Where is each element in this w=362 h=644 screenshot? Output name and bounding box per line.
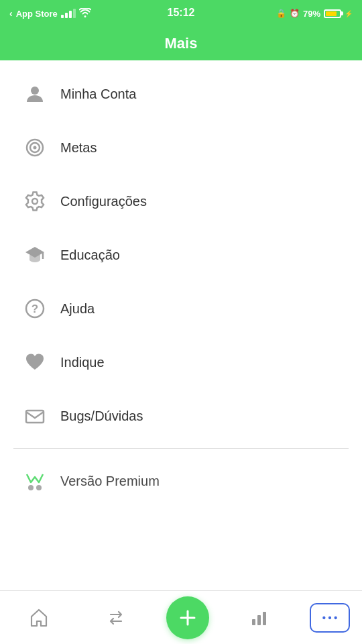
menu-item-configuracoes[interactable]: Configurações [0,174,362,228]
target-icon [20,133,50,162]
menu-label-ajuda: Ajuda [60,301,95,317]
chart-icon [250,608,269,627]
menu-label-minha-conta: Minha Conta [60,87,136,102]
status-carrier: ‹ App Store [9,8,91,19]
menu-list: Minha Conta Metas Configurações [0,60,362,515]
svg-rect-14 [252,619,255,625]
transfer-icon [107,608,125,627]
menu-item-ajuda[interactable]: ? Ajuda [0,282,362,335]
menu-item-indique[interactable]: Indique [0,335,362,389]
tab-more[interactable] [310,603,350,633]
menu-item-metas[interactable]: Metas [0,121,362,174]
status-right: 🔒 ⏰ 79% ⚡ [276,9,353,19]
status-bar: ‹ App Store 15:12 🔒 ⏰ 79% [0,0,362,27]
tab-chart[interactable] [233,598,286,638]
battery-percent: 79% [303,9,320,19]
svg-point-4 [32,199,38,204]
signal-icon [61,9,76,18]
page-header: Mais [0,27,362,60]
premium-icon [20,466,50,496]
tab-bar [0,590,362,644]
menu-label-bugs-duvidas: Bugs/Dúvidas [60,409,143,424]
status-time: 15:12 [168,7,195,19]
menu-item-bugs-duvidas[interactable]: Bugs/Dúvidas [0,389,362,443]
add-button[interactable] [166,596,209,639]
menu-label-educacao: Educação [60,248,120,263]
svg-point-11 [36,485,42,490]
menu-label-indique: Indique [60,355,105,370]
menu-item-minha-conta[interactable]: Minha Conta [0,67,362,121]
email-icon [20,401,50,431]
menu-divider [13,448,349,449]
help-icon: ? [20,294,50,323]
plus-icon [178,608,198,628]
page-title: Mais [165,35,198,52]
svg-rect-15 [257,615,261,625]
charging-icon: ⚡ [345,10,353,17]
heart-icon [20,347,50,377]
tab-home[interactable] [12,598,66,638]
menu-label-metas: Metas [60,140,97,156]
svg-rect-16 [263,612,266,625]
svg-point-19 [335,616,337,619]
graduation-icon [20,240,50,270]
alarm-icon: ⏰ [290,9,300,18]
tab-transfer[interactable] [89,598,143,638]
account-icon [20,79,50,109]
wifi-icon [79,8,91,19]
svg-rect-9 [26,411,44,423]
more-icon [321,613,339,623]
svg-point-18 [328,616,331,619]
svg-point-0 [31,87,39,95]
menu-label-premium: Versão Premium [60,474,160,489]
home-icon [29,608,48,627]
menu-item-premium[interactable]: Versão Premium [0,454,362,508]
carrier-name: App Store [16,9,58,19]
lock-icon: 🔒 [276,9,286,18]
battery-icon [324,9,341,18]
svg-point-10 [28,485,34,490]
gear-icon [20,186,50,216]
back-arrow-icon: ‹ [9,8,13,19]
svg-point-17 [323,616,326,619]
svg-text:?: ? [32,303,38,315]
menu-item-educacao[interactable]: Educação [0,228,362,282]
menu-label-configuracoes: Configurações [60,194,147,209]
svg-point-3 [34,146,37,150]
